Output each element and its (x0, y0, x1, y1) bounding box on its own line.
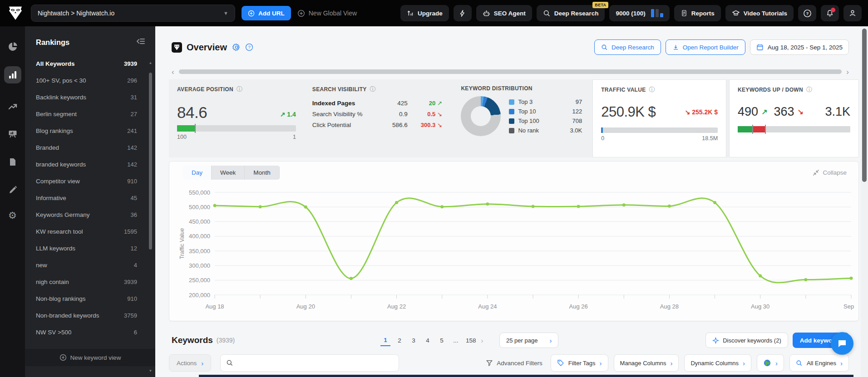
svg-text:450,000: 450,000 (189, 218, 210, 225)
overview-help-icon[interactable]: ? (245, 43, 253, 51)
nightwatch-logo-icon[interactable] (6, 4, 25, 22)
date-range-picker[interactable]: Aug 18, 2025 - Sep 1, 2025 (750, 39, 849, 55)
notifications-button[interactable] (821, 5, 839, 21)
keywords-up-value: 490 (738, 105, 758, 119)
page-number[interactable]: 5 (437, 335, 447, 346)
page-scroll-thumb[interactable] (862, 29, 867, 182)
info-icon[interactable]: ⓘ (806, 86, 812, 94)
sidebar-item[interactable]: new 4 (25, 257, 155, 274)
deep-research-overview-button[interactable]: Deep Research (594, 39, 661, 55)
sidebar-item[interactable]: Berlin segment 27 (25, 106, 155, 122)
account-button[interactable] (843, 5, 862, 21)
sidebar-item[interactable]: Blog rankings 241 (25, 122, 155, 139)
top-navbar: Nightwatch > Nightwatch.io ▼ Add URL New… (0, 0, 868, 26)
filter-tags-button[interactable]: Filter Tags› (551, 354, 608, 372)
rail-presentation-icon[interactable] (4, 125, 21, 142)
granularity-tab[interactable]: Week (212, 166, 245, 180)
sidebar-item-count: 3759 (124, 312, 137, 319)
help-button[interactable]: ? (798, 5, 816, 21)
svg-text:?: ? (248, 44, 250, 49)
sidebar-item[interactable]: Non-branded keywords 3759 (25, 307, 155, 324)
keywords-down-value: 363 (774, 105, 794, 119)
sidebar-item[interactable]: Non-blog rankings 910 (25, 290, 155, 307)
sidebar-item[interactable]: Keywords Germany 36 (25, 206, 155, 223)
dynamic-columns-button[interactable]: Dynamic Columns› (684, 354, 751, 372)
sidebar-item[interactable]: Branded 142 (25, 139, 155, 156)
all-engines-button[interactable]: All Engines› (789, 354, 849, 372)
info-icon[interactable]: ⓘ (370, 85, 376, 93)
granularity-tab[interactable]: Month (245, 166, 280, 180)
credits-button[interactable]: 9000 (100) (609, 5, 669, 21)
sidebar-scrollbar[interactable]: ▲ ▼ (148, 61, 153, 373)
advanced-filters-button[interactable]: Advanced Filters (486, 359, 542, 367)
actions-button[interactable]: Actions› (169, 354, 211, 372)
sidebar-scroll-thumb[interactable] (149, 73, 152, 250)
reports-button[interactable]: Reports (674, 5, 721, 21)
scroll-down-icon[interactable]: ▼ (148, 369, 153, 373)
svg-text:Traffic Value: Traffic Value (179, 228, 185, 259)
add-url-button[interactable]: Add URL (242, 6, 291, 20)
new-global-view-button[interactable]: New Global View (297, 10, 357, 17)
rail-settings-gear-icon[interactable]: ⚙ (4, 207, 21, 224)
sidebar-item-label: Competitor view (36, 178, 80, 185)
sidebar-collapse-icon[interactable] (136, 37, 145, 47)
manage-columns-button[interactable]: Manage Columns› (614, 354, 679, 372)
keywords-up-down-card: KEYWORDS UP / DOWNⓘ 490 ↗ 363 ↘ 3.1K (729, 79, 859, 157)
per-page-select[interactable]: 25 per page› (499, 333, 558, 348)
legend-item: Top 10 122 (509, 108, 582, 115)
svg-text:350,000: 350,000 (189, 248, 210, 255)
page-number[interactable]: 2 (395, 335, 404, 346)
page-number[interactable]: ... (451, 335, 461, 346)
rail-rankings-barchart-icon[interactable] (4, 66, 21, 83)
sidebar-item[interactable]: All Keywords 3939 (25, 55, 155, 72)
sidebar-item[interactable]: nigh contain 3939 (25, 274, 155, 290)
rail-edit-icon[interactable] (4, 181, 21, 199)
page-number[interactable]: 158 (465, 335, 477, 346)
sidebar-item[interactable]: 100+ SV, pos < 30 296 (25, 72, 155, 89)
keyword-search-input[interactable] (237, 360, 393, 367)
info-icon[interactable]: ⓘ (237, 85, 242, 93)
page-number[interactable]: 1 (380, 335, 390, 346)
info-icon[interactable]: ⓘ (649, 86, 655, 94)
legend-swatch (509, 118, 514, 124)
sidebar-item[interactable]: branded keywords 142 (25, 156, 155, 173)
next-page-icon[interactable]: › (481, 337, 483, 344)
new-keyword-view-button[interactable]: New keyword view (25, 349, 155, 366)
sidebar-item[interactable]: LLM keywords 12 (25, 240, 155, 257)
horizontal-scroll-thumb[interactable] (179, 69, 842, 74)
legend-swatch (509, 128, 514, 133)
sidebar-item[interactable]: Backlink keywords 31 (25, 89, 155, 106)
project-selector[interactable]: Nightwatch > Nightwatch.io ▼ (31, 5, 235, 22)
sidebar-item-label: new (36, 262, 47, 269)
discover-keywords-button[interactable]: Discover keywords (2) (705, 333, 788, 348)
average-position-card: AVERAGE POSITIONⓘ 84.6 ↗1.4 1001 (169, 79, 304, 157)
scroll-up-icon[interactable]: ▲ (148, 61, 153, 65)
stats-strip: AVERAGE POSITIONⓘ 84.6 ↗1.4 1001 SEARCH … (169, 79, 859, 157)
chat-widget-button[interactable] (831, 332, 853, 355)
collapse-chart-button[interactable]: Collapse (813, 169, 847, 176)
sidebar-item[interactable]: Competitor view 910 (25, 173, 155, 190)
sidebar-item-label: Branded (36, 144, 59, 151)
overview-settings-gear-icon[interactable] (232, 43, 241, 51)
app-root: Nightwatch > Nightwatch.io ▼ Add URL New… (0, 0, 868, 377)
upgrade-button[interactable]: Upgrade (400, 5, 449, 21)
sidebar-item[interactable]: Informative 45 (25, 190, 155, 206)
scroll-right-icon[interactable]: › (846, 68, 849, 76)
locale-button[interactable]: › (757, 354, 784, 372)
sidebar-item-label: Keywords Germany (36, 211, 90, 218)
video-tutorials-button[interactable]: Video Tutorials (725, 5, 794, 21)
rail-document-icon[interactable] (4, 153, 21, 171)
rail-trend-icon[interactable] (4, 98, 21, 115)
rail-overview-pie-icon[interactable] (4, 38, 21, 55)
seo-agent-button[interactable]: SEO Agent (476, 5, 532, 21)
granularity-tab[interactable]: Day (183, 166, 212, 180)
page-number[interactable]: 3 (409, 335, 419, 346)
scroll-left-icon[interactable]: ‹ (172, 68, 174, 76)
page-scrollbar[interactable] (861, 26, 868, 377)
sidebar-item[interactable]: NW SV >500 6 (25, 324, 155, 341)
page-number[interactable]: 4 (423, 335, 433, 346)
open-report-builder-button[interactable]: Open Report Builder (666, 39, 745, 55)
quick-actions-button[interactable] (454, 5, 472, 21)
sidebar-item[interactable]: KW research tool 1595 (25, 223, 155, 240)
deep-research-button[interactable]: Deep Research BETA (537, 5, 605, 21)
